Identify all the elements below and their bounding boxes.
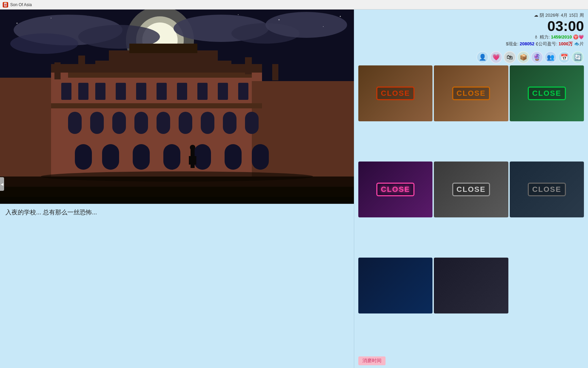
svg-rect-53 xyxy=(225,144,242,170)
svg-rect-28 xyxy=(61,83,71,100)
svg-rect-24 xyxy=(78,56,85,73)
scene-image[interactable] xyxy=(0,10,354,204)
thumbnail-8[interactable] xyxy=(434,258,508,313)
icon-bar: 👤 💗 🛍 📦 🔮 👥 📅 🔄 xyxy=(358,51,584,63)
company-value: 1000万 xyxy=(558,41,573,46)
svg-rect-38 xyxy=(68,112,82,134)
date-line: ☁ 阴 2026年 4月 15日 周 xyxy=(534,12,584,18)
weather-label: 阴 xyxy=(540,13,545,18)
close-label-6: CLOSE xyxy=(528,183,566,196)
money-line: $现金: 208052 ₵公司盈亏: 1000万 🐟片 xyxy=(506,41,584,47)
flame-icon: 🕯 xyxy=(534,34,538,40)
svg-rect-49 xyxy=(102,144,119,170)
thumbnail-1[interactable]: CLOSE xyxy=(358,65,432,121)
svg-rect-52 xyxy=(194,144,211,170)
thumbnail-9-empty xyxy=(510,258,584,313)
dialogue-text: 入夜的学校... 总有那么一丝恐怖... xyxy=(5,209,97,216)
close-label-1: CLOSE xyxy=(376,87,414,100)
svg-rect-45 xyxy=(223,112,236,134)
svg-rect-25 xyxy=(245,57,252,74)
svg-point-13 xyxy=(323,26,324,27)
svg-rect-29 xyxy=(78,83,88,100)
svg-rect-60 xyxy=(194,156,196,165)
svg-point-10 xyxy=(17,23,18,24)
thumbnail-3[interactable]: CLOSE xyxy=(510,65,584,121)
svg-rect-33 xyxy=(157,83,167,100)
svg-rect-41 xyxy=(134,112,148,134)
energy-label: 精力: xyxy=(540,34,550,40)
close-label-5: CLOSE xyxy=(452,183,490,196)
main-container: 入夜的学校... 总有那么一丝恐怖... ☁ 阴 2026年 4月 15日 周 … xyxy=(0,10,588,368)
svg-rect-44 xyxy=(201,112,214,134)
status-area: ☁ 阴 2026年 4月 15日 周 03:00 🕯 精力: 1459/2010… xyxy=(358,12,584,47)
box-status-icon[interactable]: 📦 xyxy=(517,51,529,63)
svg-rect-43 xyxy=(179,112,192,134)
grid-and-consume: CLOSE CLOSE CLOSE CLOSE CLOSE xyxy=(358,65,584,365)
thumbnail-grid: CLOSE CLOSE CLOSE CLOSE CLOSE xyxy=(358,65,584,352)
svg-point-8 xyxy=(265,12,347,38)
heart-status-icon[interactable]: 💗 xyxy=(490,51,502,63)
date-text: 2026年 4月 15日 周 xyxy=(545,13,584,18)
svg-rect-32 xyxy=(136,83,146,100)
svg-point-56 xyxy=(41,171,313,182)
zodiac-icon: ♈💗 xyxy=(573,34,584,40)
left-panel: 入夜的学校... 总有那么一丝恐怖... xyxy=(0,10,354,368)
app-icon: 🀄 xyxy=(3,2,8,7)
svg-rect-30 xyxy=(95,83,105,100)
consume-section: 消磨时间 xyxy=(358,356,584,365)
cycle-status-icon[interactable]: 🔄 xyxy=(572,51,584,63)
dialogue-area[interactable]: 入夜的学校... 总有那么一丝恐怖... xyxy=(0,204,354,368)
calendar-status-icon[interactable]: 📅 xyxy=(558,51,570,63)
svg-rect-54 xyxy=(252,144,269,170)
svg-rect-31 xyxy=(116,83,126,100)
extra-label: 🐟片 xyxy=(574,41,584,46)
svg-rect-46 xyxy=(245,112,259,134)
svg-rect-51 xyxy=(163,144,180,170)
svg-rect-40 xyxy=(112,112,126,134)
svg-rect-59 xyxy=(189,156,192,165)
svg-rect-50 xyxy=(133,144,150,170)
svg-rect-34 xyxy=(177,83,187,100)
svg-point-9 xyxy=(10,33,78,54)
svg-point-58 xyxy=(190,145,195,150)
svg-rect-47 xyxy=(51,103,262,108)
right-panel: ☁ 阴 2026年 4月 15日 周 03:00 🕯 精力: 1459/2010… xyxy=(354,10,588,368)
ball-status-icon[interactable]: 🔮 xyxy=(531,51,543,63)
company-label: ₵公司盈亏: xyxy=(536,41,557,46)
thumbnail-6[interactable]: CLOSE xyxy=(510,162,584,217)
person-status-icon[interactable]: 👤 xyxy=(476,51,489,63)
money-value: 208052 xyxy=(520,41,534,46)
svg-rect-27 xyxy=(272,64,278,80)
thumbnail-7[interactable] xyxy=(358,258,432,313)
svg-rect-42 xyxy=(157,112,170,134)
svg-point-14 xyxy=(340,16,341,17)
close-label-2: CLOSE xyxy=(452,87,490,100)
thumbnail-4[interactable]: CLOSE xyxy=(358,162,432,217)
svg-rect-39 xyxy=(90,112,104,134)
app-title: Son Of Asia xyxy=(10,2,32,7)
svg-rect-35 xyxy=(197,83,208,100)
close-label-4: CLOSE xyxy=(376,183,414,196)
svg-rect-48 xyxy=(75,144,92,170)
thumbnail-2[interactable]: CLOSE xyxy=(434,65,508,121)
weather-icon: ☁ xyxy=(534,13,538,18)
close-label-3: CLOSE xyxy=(528,87,566,100)
bag-status-icon[interactable]: 🛍 xyxy=(504,51,516,63)
sidebar-toggle[interactable]: ◀ xyxy=(0,177,4,191)
energy-line: 🕯 精力: 1459/2010 ♈💗 xyxy=(534,34,584,40)
svg-point-12 xyxy=(279,19,280,20)
thumbnail-5[interactable]: CLOSE xyxy=(434,162,508,217)
title-bar: 🀄 Son Of Asia xyxy=(0,0,588,10)
svg-rect-26 xyxy=(54,62,61,79)
svg-rect-62 xyxy=(0,197,354,204)
time-display: 03:00 xyxy=(548,18,584,34)
svg-rect-37 xyxy=(238,83,248,100)
svg-point-11 xyxy=(51,18,51,18)
people-status-icon[interactable]: 👥 xyxy=(544,51,557,63)
svg-rect-22 xyxy=(129,44,197,53)
money-label: $现金: xyxy=(506,41,519,46)
energy-value: 1459/2010 xyxy=(551,34,573,40)
svg-rect-36 xyxy=(218,83,228,100)
consume-time-header[interactable]: 消磨时间 xyxy=(358,356,386,365)
svg-point-15 xyxy=(238,14,239,15)
